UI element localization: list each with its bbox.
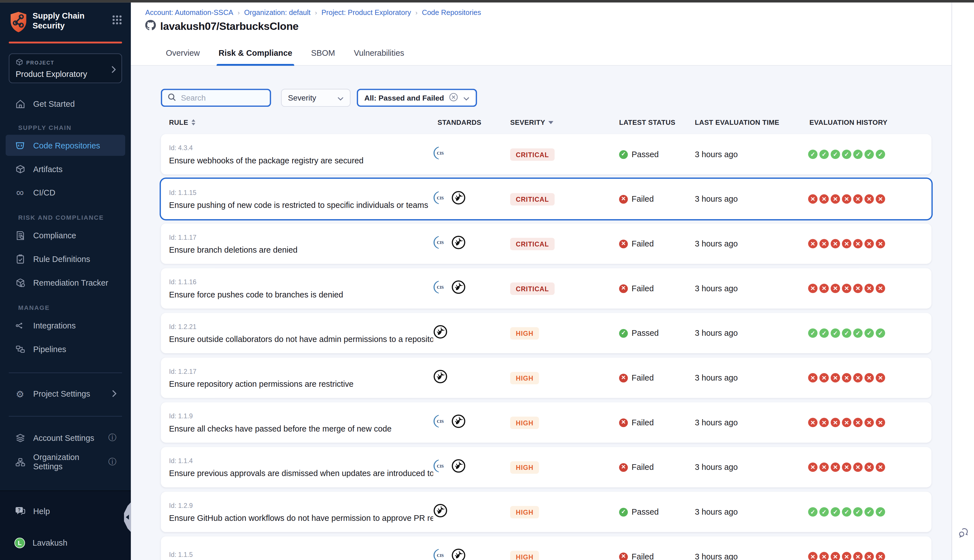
last-evaluation-time: 3 hours ago [695,239,808,248]
severity-badge: HIGH [510,461,539,473]
sidebar-item-help[interactable]: ? Help [6,500,125,522]
tab-overview[interactable]: Overview [164,41,202,65]
table-row[interactable]: Id: 1.1.17 Ensure branch deletions are d… [161,223,931,264]
breadcrumb-organization[interactable]: Organization: default [244,9,310,16]
last-evaluation-time: 3 hours ago [695,150,808,159]
evaluation-history: ✓✓✓✓✓✓✓ [808,507,931,517]
severity-badge: HIGH [510,327,539,339]
history-pass-icon: ✓ [853,507,862,517]
rule-text: Ensure pushing of new code is restricted… [169,200,433,210]
sidebar-item-cicd[interactable]: ∞ CI/CD [6,182,125,203]
search-icon [168,92,176,103]
rule-text: Ensure outside collaborators do not have… [169,334,433,344]
severity-badge: HIGH [510,506,539,518]
owasp-badge-icon [451,414,465,431]
history-fail-icon: ✕ [819,552,829,560]
latest-status: ✕ Failed [619,463,695,472]
tab-sbom[interactable]: SBOM [309,41,337,65]
sidebar-item-get-started[interactable]: Get Started [6,93,125,114]
rule-id: Id: 1.2.17 [169,367,433,375]
rule-text: Ensure branch deletions are denied [169,245,433,254]
table-row[interactable]: Id: 1.1.5 CIS [161,536,931,560]
sidebar-item-remediation-tracker[interactable]: Remediation Tracker [6,272,125,293]
svg-text:CIS: CIS [437,285,444,290]
sidebar-item-account-settings[interactable]: Account Settings ⓘ [6,427,125,448]
sidebar-item-organization-settings[interactable]: Organization Settings ⓘ [6,451,125,472]
sidebar-item-rule-definitions[interactable]: Rule Definitions [6,248,125,270]
evaluation-history: ✕✕✕✕✕✕✕ [808,239,931,248]
status-icon: ✕ [619,240,628,248]
table-row[interactable]: Id: 1.2.9 Ensure GitHub action workflows… [161,492,931,532]
rule-cell: Id: 1.1.16 Ensure force pushes code to b… [169,278,433,299]
table-row[interactable]: Id: 1.1.15 Ensure pushing of new code is… [161,179,931,219]
rule-cell: Id: 4.3.4 Ensure webhooks of the package… [169,144,433,165]
app-grid-icon[interactable] [112,15,122,27]
history-fail-icon: ✕ [876,463,885,472]
code-repository-icon [14,140,26,151]
cube-icon [16,58,23,67]
search-input[interactable] [180,93,264,103]
history-fail-icon: ✕ [842,239,851,248]
info-icon[interactable]: ⓘ [108,456,117,468]
rule-text: Ensure all checks have passed before the… [169,424,433,433]
table-row[interactable]: Id: 1.2.17 Ensure repository action perm… [161,358,931,398]
table-row[interactable]: Id: 1.1.16 Ensure force pushes code to b… [161,268,931,308]
status-icon: ✕ [619,463,628,472]
standards-cell: CIS [433,325,510,342]
owasp-badge-icon [433,325,447,342]
document-search-icon [14,230,26,241]
table-row[interactable]: Id: 1.1.4 Ensure previous approvals are … [161,447,931,487]
cis-badge-icon: CIS [433,415,446,430]
severity-badge: HIGH [510,372,539,384]
sidebar-item-pipelines[interactable]: Pipelines [6,338,125,360]
cis-badge-icon: CIS [433,191,446,207]
rule-cell: Id: 1.1.15 Ensure pushing of new code is… [169,188,433,210]
sidebar-divider [9,372,122,373]
owasp-badge-icon [451,280,465,297]
breadcrumb-project[interactable]: Project: Product Exploratory [321,9,411,16]
sidebar-item-artifacts[interactable]: Artifacts [6,158,125,180]
project-name: Product Exploratory [16,70,115,79]
breadcrumb-account[interactable]: Account: Automation-SSCA [145,9,233,16]
severity-filter-dropdown[interactable]: Severity [281,89,350,107]
cis-badge-icon: CIS [433,280,446,296]
breadcrumb-code-repositories[interactable]: Code Repositories [422,9,481,16]
history-fail-icon: ✕ [876,239,885,248]
rules-table-body: Id: 4.3.4 Ensure webhooks of the package… [161,134,931,560]
sidebar-divider [9,416,122,417]
tab-risk-compliance[interactable]: Risk & Compliance [217,41,294,65]
status-filter-dropdown[interactable]: All: Passed and Failed [357,89,477,107]
owasp-badge-icon [433,503,447,520]
project-label: PROJECT [26,60,54,66]
history-fail-icon: ✕ [819,373,829,383]
status-icon: ✓ [619,150,628,158]
history-fail-icon: ✕ [864,552,874,560]
user-menu[interactable]: L Lavakush [6,532,125,553]
column-header-rule[interactable]: RULE [169,118,433,126]
shield-logo-icon [9,11,28,35]
status-label: Failed [632,552,654,560]
sidebar-item-code-repositories[interactable]: Code Repositories [6,135,125,156]
sort-icon[interactable] [191,119,195,125]
info-icon[interactable]: ⓘ [108,432,117,443]
project-selector[interactable]: PROJECT Product Exploratory [9,53,122,83]
column-header-last-evaluation-time: LAST EVALUATION TIME [695,118,808,126]
breadcrumb-separator: › [415,9,417,16]
filter-bar: Severity All: Passed and Failed [161,89,931,107]
clear-filter-icon[interactable] [449,92,458,103]
table-row[interactable]: Id: 1.1.9 Ensure all checks have passed … [161,402,931,443]
table-row[interactable]: Id: 1.2.21 Ensure outside collaborators … [161,313,931,353]
table-header: RULE STANDARDS SEVERITY LATEST STATUS LA… [161,116,931,128]
history-fail-icon: ✕ [842,552,851,560]
sidebar-item-integrations[interactable]: Integrations [6,315,125,336]
history-fail-icon: ✕ [853,463,862,472]
support-chat-icon[interactable] [957,527,969,542]
sidebar-item-project-settings[interactable]: ⚙ Project Settings [6,383,125,404]
history-fail-icon: ✕ [864,284,874,293]
sidebar-item-compliance[interactable]: Compliance [6,225,125,246]
table-row[interactable]: Id: 4.3.4 Ensure webhooks of the package… [161,134,931,174]
severity-badge: CRITICAL [510,148,555,160]
column-header-severity[interactable]: SEVERITY [510,118,619,126]
tab-vulnerabilities[interactable]: Vulnerabilities [352,41,406,65]
history-pass-icon: ✓ [853,328,862,338]
